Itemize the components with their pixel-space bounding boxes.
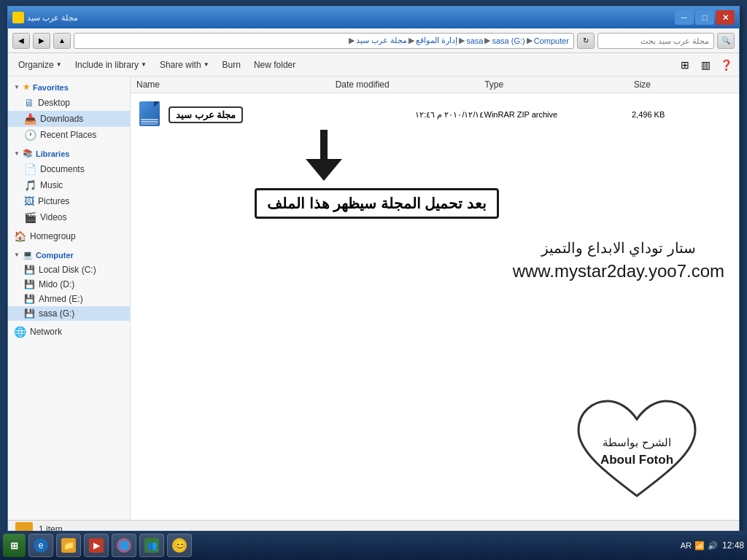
taskbar-item-ie[interactable]: e <box>28 534 53 557</box>
table-row[interactable]: مجلة عرب سيد ٢٠١٠/١٢/١٤ م ١٢:٤٦ WinRAR Z… <box>136 99 733 130</box>
close-button[interactable]: ✕ <box>716 10 735 25</box>
column-date-header[interactable]: Date modified <box>336 79 485 90</box>
sidebar-item-pictures[interactable]: 🖼 Pictures <box>8 193 130 209</box>
file-name-label: مجلة عرب سيد <box>169 106 243 123</box>
toolbar: Organize ▼ Include in library ▼ Share wi… <box>8 53 739 77</box>
sidebar-libraries-header[interactable]: ▼ 📚 Libraries <box>8 146 130 161</box>
taskbar-item-smiley[interactable]: 😊 <box>167 534 192 557</box>
volume-tray-icon: 🔊 <box>708 541 718 551</box>
address-bar: ◀ ▶ ▲ Computer ▶ sasa (G:) ▶ sasa ▶ إدار… <box>8 28 739 53</box>
users-icon: 👥 <box>144 538 159 553</box>
sidebar-item-documents[interactable]: 📄 Documents <box>8 161 130 177</box>
sidebar-item-ahmed-e[interactable]: 💾 Ahmed (E:) <box>8 292 130 306</box>
branding-area: ستار توداي الابداع والتميز www.mystar2da… <box>513 239 724 281</box>
back-button[interactable]: ◀ <box>12 33 30 49</box>
file-size: 2,496 KB <box>632 110 730 119</box>
language-indicator: AR <box>681 541 692 550</box>
taskbar-item-explorer[interactable]: 📁 <box>56 534 81 557</box>
forward-button[interactable]: ▶ <box>33 33 50 49</box>
svg-text:الشرح بواسطة: الشرح بواسطة <box>603 436 670 449</box>
heart-container: الشرح بواسطة Aboul Fotoh <box>564 394 710 513</box>
breadcrumb-idara[interactable]: إدارة المواقع <box>416 36 457 45</box>
up-button[interactable]: ▲ <box>53 33 71 49</box>
address-path[interactable]: Computer ▶ sasa (G:) ▶ sasa ▶ إدارة المو… <box>74 33 574 49</box>
preview-pane-button[interactable]: ▥ <box>697 56 714 74</box>
system-tray: AR 📶 🔊 <box>681 541 718 551</box>
music-icon: 🎵 <box>24 179 36 191</box>
file-type: WinRAR ZIP archive <box>484 110 632 119</box>
search-button[interactable]: 🔍 <box>717 33 735 49</box>
sidebar-item-homegroup[interactable]: 🏠 Homegroup <box>8 228 130 244</box>
start-button[interactable]: ⊞ <box>3 534 26 557</box>
breadcrumb-sasa[interactable]: sasa <box>466 36 483 45</box>
smiley-icon: 😊 <box>172 538 187 553</box>
window-icon <box>12 12 24 23</box>
sidebar-item-downloads[interactable]: 📥 Downloads <box>8 111 130 127</box>
heart-svg: الشرح بواسطة Aboul Fotoh <box>564 394 710 510</box>
share-with-button[interactable]: Share with ▼ <box>154 56 215 74</box>
organize-button[interactable]: Organize ▼ <box>12 56 68 74</box>
brand-url: www.mystar2day.yoo7.com <box>513 261 724 281</box>
desktop-icon: 🖥 <box>24 97 34 109</box>
sidebar-item-sasa-g[interactable]: 💾 sasa (G:) <box>8 306 130 321</box>
homegroup-icon: 🏠 <box>14 230 26 242</box>
include-in-library-button[interactable]: Include in library ▼ <box>69 56 152 74</box>
window-title: مجلة عرب سيد <box>27 13 78 23</box>
videos-icon: 🎬 <box>24 211 36 223</box>
taskbar-item-chrome[interactable]: 🌐 <box>112 534 136 557</box>
taskbar: ⊞ e 📁 ▶ 🌐 👥 😊 AR 📶 🔊 12:48 <box>0 531 747 560</box>
sidebar-favorites-header[interactable]: ▼ ★ Favorites <box>8 79 130 95</box>
sidebar-item-recent-places[interactable]: 🕐 Recent Places <box>8 127 130 143</box>
annotation-box: بعد تحميل المجلة سيظهر هذا الملف <box>255 188 499 219</box>
chrome-icon: 🌐 <box>117 538 131 553</box>
sidebar-item-videos[interactable]: 🎬 Videos <box>8 209 130 225</box>
file-area: Name Date modified Type Size <box>131 77 739 520</box>
help-button[interactable]: ❓ <box>717 56 735 74</box>
sidebar-network-section: 🌐 Network <box>8 324 130 340</box>
breadcrumb-majalla[interactable]: مجلة عرب سيد <box>356 36 407 45</box>
taskbar-item-media[interactable]: ▶ <box>84 534 109 557</box>
mido-drive-icon: 💾 <box>24 279 35 289</box>
maximize-button[interactable]: □ <box>695 10 714 25</box>
taskbar-item-users[interactable]: 👥 <box>139 534 164 557</box>
sidebar-item-network[interactable]: 🌐 Network <box>8 324 130 340</box>
column-size-header[interactable]: Size <box>634 79 733 90</box>
new-folder-button[interactable]: New folder <box>248 56 301 74</box>
sidebar-computer-section: ▼ 💻 Computer 💾 Local Disk (C:) 💾 Mido (D… <box>8 247 130 321</box>
network-icon: 🌐 <box>14 326 26 338</box>
taskbar-clock: 12:48 <box>722 540 744 551</box>
column-name-header[interactable]: Name <box>136 79 336 90</box>
column-type-header[interactable]: Type <box>484 79 634 90</box>
ie-icon: e <box>34 538 48 553</box>
sidebar-item-desktop[interactable]: 🖥 Desktop <box>8 95 130 111</box>
breadcrumb-computer[interactable]: Computer <box>534 36 569 45</box>
annotation-arrow <box>306 130 342 181</box>
network-tray-icon: 📶 <box>694 541 705 551</box>
sidebar-item-music[interactable]: 🎵 Music <box>8 177 130 193</box>
refresh-button[interactable]: ↻ <box>577 33 595 49</box>
title-bar: مجلة عرب سيد ─ □ ✕ <box>8 7 739 28</box>
downloads-icon: 📥 <box>24 113 36 125</box>
pictures-icon: 🖼 <box>24 195 34 207</box>
sidebar-homegroup-section: 🏠 Homegroup <box>8 228 130 244</box>
documents-icon: 📄 <box>24 163 36 175</box>
file-list: مجلة عرب سيد ٢٠١٠/١٢/١٤ م ١٢:٤٦ WinRAR Z… <box>131 93 739 520</box>
search-input[interactable] <box>597 33 714 49</box>
sidebar-favorites-section: ▼ ★ Favorites 🖥 Desktop 📥 Downloads 🕐 <box>8 79 130 143</box>
ahmed-drive-icon: 💾 <box>24 294 35 304</box>
sasa-drive-icon: 💾 <box>24 308 35 319</box>
sidebar-libraries-section: ▼ 📚 Libraries 📄 Documents 🎵 Music 🖼 <box>8 146 130 225</box>
file-date: ٢٠١٠/١٢/١٤ م ١٢:٤٦ <box>336 110 484 120</box>
taskbar-right: AR 📶 🔊 12:48 <box>681 540 744 551</box>
content-area: ▼ ★ Favorites 🖥 Desktop 📥 Downloads 🕐 <box>8 77 739 520</box>
sidebar-item-mido-d[interactable]: 💾 Mido (D:) <box>8 277 130 292</box>
file-icon <box>139 101 163 128</box>
recent-places-icon: 🕐 <box>24 129 36 141</box>
minimize-button[interactable]: ─ <box>675 10 694 25</box>
burn-button[interactable]: Burn <box>217 56 247 74</box>
breadcrumb-sasa-g[interactable]: sasa (G:) <box>492 36 525 45</box>
view-toggle-button[interactable]: ⊞ <box>676 56 694 74</box>
sidebar-computer-header[interactable]: ▼ 💻 Computer <box>8 247 130 262</box>
sidebar-item-local-disk-c[interactable]: 💾 Local Disk (C:) <box>8 262 130 277</box>
sidebar: ▼ ★ Favorites 🖥 Desktop 📥 Downloads 🕐 <box>8 77 131 520</box>
